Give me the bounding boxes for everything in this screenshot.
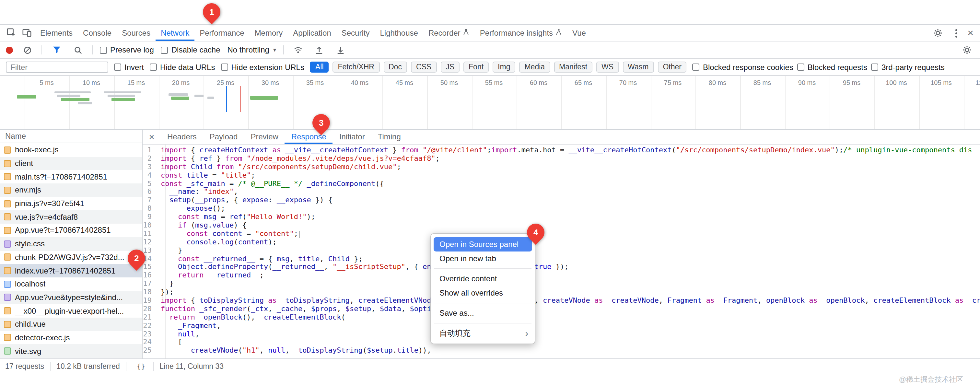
filter-chip-doc[interactable]: Doc xyxy=(383,62,407,73)
hide-data-urls-checkbox[interactable]: Hide data URLs xyxy=(150,62,215,71)
request-row-detector-exec-js[interactable]: detector-exec.js xyxy=(0,331,142,344)
filter-chip-media[interactable]: Media xyxy=(519,62,550,73)
filter-chip-js[interactable]: JS xyxy=(441,62,460,73)
network-overview-timeline[interactable]: 5 ms10 ms15 ms20 ms25 ms30 ms35 ms40 ms4… xyxy=(0,76,980,130)
filter-input[interactable] xyxy=(6,62,108,73)
request-row-vite-svg[interactable]: vite.svg xyxy=(0,345,142,358)
tab-memory[interactable]: Memory xyxy=(250,25,288,41)
menu-item-show-all-overrides[interactable]: Show all overrides xyxy=(434,286,532,300)
import-har-icon[interactable] xyxy=(334,43,348,57)
close-devtools-icon[interactable]: × xyxy=(967,28,974,38)
request-row-index-vue-t-1708671402851[interactable]: index.vue?t=1708671402851 xyxy=(0,264,142,277)
tab-sources[interactable]: Sources xyxy=(117,25,156,41)
code-line[interactable]: 5const _sfc_main = /* @__PURE__ */ _defi… xyxy=(143,180,980,188)
record-network-log-button[interactable] xyxy=(6,46,13,54)
filter-chip-other[interactable]: Other xyxy=(657,62,687,73)
throttling-select[interactable]: No throttling ▾ xyxy=(228,45,276,54)
response-tab-response[interactable]: Response xyxy=(285,130,333,144)
code-line[interactable]: 16 return __returned__; xyxy=(143,272,980,280)
checkbox-blocked-response-cookies[interactable]: Blocked response cookies xyxy=(692,62,793,71)
tab-performance-insights[interactable]: Performance insights xyxy=(475,25,567,41)
close-details-icon[interactable]: × xyxy=(143,130,161,144)
code-line[interactable]: 25 _createVNode("h1", null, _toDisplaySt… xyxy=(143,347,980,356)
code-line[interactable]: 18}); xyxy=(143,288,980,297)
code-line[interactable]: 4const title = "title"; xyxy=(143,172,980,180)
code-line[interactable]: 14 const __returned__ = { msg, title, Ch… xyxy=(143,255,980,264)
response-code-viewer[interactable]: 1import { createHotContext as __vite__cr… xyxy=(143,145,980,359)
response-tab-headers[interactable]: Headers xyxy=(161,130,203,144)
filter-chip-fetch-xhr[interactable]: Fetch/XHR xyxy=(333,62,380,73)
menu-item-open-in-sources-panel[interactable]: Open in Sources panel xyxy=(434,237,532,251)
code-line[interactable]: 13 } xyxy=(143,247,980,255)
tab-network[interactable]: Network xyxy=(156,25,194,41)
menu-item-override-content[interactable]: Override content xyxy=(434,272,532,286)
preserve-log-checkbox[interactable]: Preserve log xyxy=(100,45,154,54)
checkbox-blocked-requests[interactable]: Blocked requests xyxy=(797,62,867,71)
request-row-style-css[interactable]: style.css xyxy=(0,237,142,251)
export-har-icon[interactable] xyxy=(312,43,327,57)
request-row-chunk-pd2awgjv-js-v-732d[interactable]: chunk-PD2AWGJV.js?v=732d... xyxy=(0,251,142,264)
tab-vue[interactable]: Vue xyxy=(567,25,591,41)
code-line[interactable]: 17 } xyxy=(143,280,980,289)
hide-extension-urls-checkbox[interactable]: Hide extension URLs xyxy=(221,62,304,71)
code-line[interactable]: 23 null, xyxy=(143,330,980,339)
filter-chip-ws[interactable]: WS xyxy=(596,62,619,73)
menu-item-save-as[interactable]: Save as... xyxy=(434,306,532,320)
code-line[interactable]: 19import { toDisplayString as _toDisplay… xyxy=(143,297,980,305)
request-row-main-ts-t-1708671402851[interactable]: main.ts?t=1708671402851 xyxy=(0,170,142,183)
request-row-child-vue[interactable]: child.vue xyxy=(0,318,142,331)
code-line[interactable]: 3import Child from "/src/components/setu… xyxy=(143,164,980,172)
tab-lighthouse[interactable]: Lighthouse xyxy=(375,25,423,41)
response-tab-timing[interactable]: Timing xyxy=(371,130,407,144)
request-row-hook-exec-js[interactable]: hook-exec.js xyxy=(0,143,142,157)
request-row-env-mjs[interactable]: env.mjs xyxy=(0,183,142,197)
filter-chip-wasm[interactable]: Wasm xyxy=(622,62,654,73)
code-line[interactable]: 12 console.log(content); xyxy=(143,238,980,247)
more-options-icon[interactable] xyxy=(955,29,957,37)
tab-application[interactable]: Application xyxy=(288,25,336,41)
menu-item-open-in-new-tab[interactable]: Open in new tab xyxy=(434,251,532,266)
response-tab-initiator[interactable]: Initiator xyxy=(333,130,371,144)
response-tab-preview[interactable]: Preview xyxy=(244,130,285,144)
response-tab-payload[interactable]: Payload xyxy=(203,130,244,144)
device-toolbar-icon[interactable] xyxy=(19,25,34,40)
settings-gear-icon[interactable] xyxy=(931,26,945,40)
code-line[interactable]: 2import { ref } from "/node_modules/.vit… xyxy=(143,155,980,164)
code-line[interactable]: 8 __expose(); xyxy=(143,205,980,213)
tab-performance[interactable]: Performance xyxy=(194,25,249,41)
tab-console[interactable]: Console xyxy=(78,25,117,41)
filter-chip-img[interactable]: Img xyxy=(493,62,515,73)
network-settings-gear-icon[interactable] xyxy=(960,43,974,57)
code-line[interactable]: 15 Object.defineProperty(__returned__, "… xyxy=(143,264,980,272)
filter-chip-font[interactable]: Font xyxy=(463,62,489,73)
filter-chip-manifest[interactable]: Manifest xyxy=(554,62,592,73)
disable-cache-checkbox[interactable]: Disable cache xyxy=(161,45,220,54)
request-row-app-vue-vue-type-style-ind[interactable]: App.vue?vue&type=style&ind... xyxy=(0,291,142,304)
code-line[interactable]: 11 const content = "content"; xyxy=(143,230,980,238)
request-row-vue-js-v-e4cfaaf8[interactable]: vue.js?v=e4cfaaf8 xyxy=(0,210,142,224)
pretty-print-icon[interactable]: {} xyxy=(135,361,148,371)
filter-chip-all[interactable]: All xyxy=(310,62,329,73)
invert-checkbox[interactable]: Invert xyxy=(114,62,144,71)
tab-elements[interactable]: Elements xyxy=(35,25,78,41)
request-row-x00-plugin-vue-export-hel[interactable]: __x00__plugin-vue:export-hel... xyxy=(0,304,142,318)
code-line[interactable]: 22 _Fragment, xyxy=(143,322,980,330)
request-row-client[interactable]: client xyxy=(0,157,142,170)
clear-network-log-icon[interactable] xyxy=(20,43,34,57)
inspect-element-icon[interactable] xyxy=(4,25,18,40)
code-line[interactable]: 24 [ xyxy=(143,339,980,347)
request-row-app-vue-t-1708671402851[interactable]: App.vue?t=1708671402851 xyxy=(0,224,142,237)
code-line[interactable]: 10 if (msg.value) { xyxy=(143,222,980,230)
code-line[interactable]: 6 __name: "index", xyxy=(143,188,980,197)
filter-funnel-icon[interactable] xyxy=(49,43,64,57)
code-line[interactable]: 20function _sfc_render(_ctx, _cache, $pr… xyxy=(143,305,980,314)
network-conditions-icon[interactable] xyxy=(291,43,305,57)
request-row-localhost[interactable]: localhost xyxy=(0,278,142,291)
code-line[interactable]: 1import { createHotContext as __vite__cr… xyxy=(143,146,980,155)
tab-recorder[interactable]: Recorder xyxy=(423,25,475,41)
tab-security[interactable]: Security xyxy=(336,25,375,41)
filter-chip-css[interactable]: CSS xyxy=(411,62,436,73)
code-line[interactable]: 7 setup(__props, { expose: __expose }) { xyxy=(143,197,980,205)
code-line[interactable]: 21 return _openBlock(), _createElementBl… xyxy=(143,314,980,322)
request-row-pinia-js-v-307e5f41[interactable]: pinia.js?v=307e5f41 xyxy=(0,197,142,210)
